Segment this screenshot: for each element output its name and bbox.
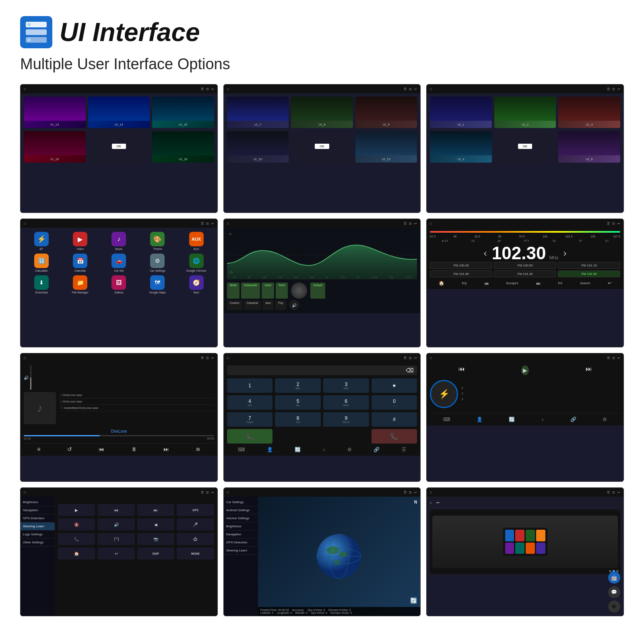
ui-thumb-6: UI_6 (558, 131, 620, 163)
header-title: UI Interface (60, 17, 200, 47)
music-content: 🔊 ♪ ♪ OneLove.wav ♪ (21, 362, 217, 456)
app-video: ▶ Video (62, 232, 98, 250)
topbar-3: □ ☰ ⊡ ↩ (427, 85, 623, 93)
equalizer-content: 15 -15 20 60 100 140 200 500 1k 2.5k 5k … (224, 228, 421, 313)
app-googlemaps: 🗺 Google Maps (140, 275, 175, 294)
bt-playback-controls: ⏮ ▶ ⏭ (430, 365, 620, 375)
ui-thumb-12: UI_12 (355, 131, 417, 163)
ui-interface-icon (20, 16, 52, 48)
radio-frequency-bar (430, 231, 620, 233)
ui-thumb-4: UI_4 (430, 131, 492, 163)
ui-thumb-3: UI_3 (558, 97, 620, 128)
topbar-11: □ ☰ ⊡ ↩ (224, 488, 421, 497)
music-controls: ≡ ↺ ⏮ ⏸ ⏭ ≋ (24, 443, 214, 452)
ui-thumb-2: UI_2 (494, 97, 556, 128)
svg-point-13 (339, 551, 347, 557)
bt-disc: ⚡ (430, 380, 458, 408)
key-8[interactable]: 8 TUV (275, 412, 321, 427)
carplay-side-icons: 🤖 💬 ⚙ (608, 572, 620, 613)
function-buttons-grid: ▶ ⏮ ⏭ GPS 🔇 🔊 ◀ 🎤 📞 📳 📷 ⏻ 🏠 ↩ (58, 504, 214, 559)
topbar-2: □ ☰ ⊡ ↩ (224, 85, 421, 93)
ui-thumb-18: UI_18 (152, 131, 214, 163)
screen-music-player: □ ☰ ⊡ ↩ 🔊 ♪ (20, 353, 218, 482)
key-hash[interactable]: # (372, 412, 417, 427)
key-3[interactable]: 3 DEF (323, 378, 369, 393)
page-container: UI Interface Multiple User Interface Opt… (0, 0, 644, 632)
eq-preset-buttons-2: Custom Classical Jazz Pop 🔊 (227, 300, 417, 310)
ui-thumb-15: UI_15 (152, 97, 214, 128)
music-progress: OneLove 01:42 02:56 (24, 427, 214, 440)
bt-track-info: ⚡ ♪ ○ ♪ (430, 380, 620, 408)
ui-thumb-1: UI_1 (430, 97, 492, 128)
app-download: ⬇ Download (24, 275, 59, 294)
ui-thumb-ok-2: OK (291, 131, 353, 163)
bt-bottom-controls: ⌨ 👤 🔄 ♪ 🔗 ⚙ (430, 413, 620, 422)
key-star[interactable]: ★ (372, 378, 417, 393)
key-end[interactable]: 📞 (372, 429, 417, 444)
app-aux: AUX AUX (179, 232, 214, 250)
app-navi: 🧭 Navi (179, 275, 214, 294)
ui-thumb-14: UI_14 (88, 97, 150, 128)
ui-thumb-8: UI_8 (291, 97, 353, 128)
function-layout: Brightness Navigation GPS Detection Stee… (21, 497, 217, 616)
function-main-content: ▶ ⏮ ⏭ GPS 🔇 🔊 ◀ 🎤 📞 📳 📷 ⏻ 🏠 ↩ (55, 497, 217, 616)
app-theme: 🎨 Theme (140, 232, 175, 250)
app-calendar: 📅 Calendar (62, 254, 98, 272)
key-7[interactable]: 7 PQRS (227, 412, 273, 427)
screen-ui-options-1: □ ☰ ⊡ ↩ UI_13 UI_14 (20, 84, 218, 213)
eq-chart: 15 -15 20 60 100 140 200 500 1k 2.5k 5k … (227, 231, 417, 279)
ui-thumb-ok-3: OK (494, 131, 556, 163)
topbar-6: □ ☰ ⊡ ↩ (427, 219, 623, 228)
ui-thumb-ok-1: OK (88, 131, 150, 163)
screen-ui-options-3: □ ☰ ⊡ ↩ UI_1 UI_2 (426, 84, 624, 213)
ui-thumb-16: UI_16 (24, 131, 86, 163)
ui-thumb-10: UI_10 (227, 131, 289, 163)
screen-equalizer: □ ☰ ⊡ ↩ (223, 219, 421, 347)
key-5[interactable]: 5 JKL (275, 395, 321, 410)
app-filemanager: 📁 File Manager (62, 275, 98, 294)
svg-point-4 (27, 31, 31, 34)
dialpad-content: ⌫ 1 2 ABC 3 DEF ★ (224, 362, 421, 456)
app-carset: 🚗 Car Set (101, 254, 136, 272)
key-1[interactable]: 1 (227, 378, 273, 393)
ui-thumb-7: UI_7 (227, 97, 289, 128)
eq-preset-buttons: Metal Subwoofer Voice Rock Default (227, 283, 417, 299)
function-sidebar: Brightness Navigation GPS Detection Stee… (21, 497, 55, 616)
gps-sidebar: Car Settings Android Settings Volume Set… (224, 497, 258, 616)
screen-app-launcher: □ ☰ ⊡ ↩ ⚡ BT ▶ Video (20, 219, 218, 347)
ui-thumbnails-3: UI_1 UI_2 UI_3 UI_4 (427, 93, 623, 166)
radio-controls: 🏠 EQ ⏮ Europe1 ⏭ DX Search ↩ (430, 281, 620, 286)
app-chrome: 🌐 Google Chrome (179, 254, 214, 272)
key-4[interactable]: 4 GHI (227, 395, 273, 410)
key-call[interactable]: 📞 (227, 429, 273, 444)
dialpad-input-display: ⌫ (227, 365, 417, 375)
topbar-4: □ ☰ ⊡ ↩ (21, 219, 217, 228)
gps-layout: Car Settings Android Settings Volume Set… (224, 497, 421, 616)
carplay-content: ‹ (427, 497, 623, 577)
radio-content: 87.5 90 92.5 95 97.5 100 102.5 105 107.5… (427, 228, 623, 289)
gps-info-bar: PositionTime: 00:00:03 Accuracy: Gps InV… (258, 607, 421, 616)
music-playlist: ♪ OneLove.wav ♪ OneLove.wav ♡ insidefile… (60, 392, 214, 424)
app-music: ♪ Music (101, 232, 136, 250)
key-6[interactable]: 6 MNO (323, 395, 369, 410)
key-2[interactable]: 2 ABC (275, 378, 321, 393)
app-gallery: 🖼 Gallery (101, 275, 136, 294)
topbar-7: □ ☰ ⊡ ↩ (21, 353, 217, 362)
svg-point-12 (327, 546, 339, 554)
svg-point-14 (334, 560, 340, 565)
topbar-12: □ ☰ ⊡ ↩ (427, 488, 623, 497)
ui-thumbnails-2: UI_7 UI_8 UI_9 UI_10 (224, 93, 421, 166)
music-album-art: ♪ (24, 392, 56, 424)
topbar-8: □ ☰ ⊡ ↩ (224, 353, 421, 362)
ui-thumb-9: UI_9 (355, 97, 417, 128)
screen-gps: □ ☰ ⊡ ↩ Car Settings Android Settings Vo… (223, 487, 421, 616)
ui-thumb-13: UI_13 (24, 97, 86, 128)
key-0-plus[interactable]: 0 + (372, 395, 417, 410)
screen-carplay: □ ☰ ⊡ ↩ ‹ (426, 487, 624, 616)
screen-ui-options-2: □ ☰ ⊡ ↩ UI_7 UI_8 (223, 84, 421, 213)
key-9[interactable]: 9 WXYZ (323, 412, 369, 427)
app-calculator: 🔢 Calculator (24, 254, 59, 272)
app-bt: ⚡ BT (24, 232, 59, 250)
topbar-5: □ ☰ ⊡ ↩ (224, 219, 421, 228)
screen-radio: □ ☰ ⊡ ↩ 87.5 90 92.5 95 97.5 100 102.5 1 (426, 219, 624, 347)
